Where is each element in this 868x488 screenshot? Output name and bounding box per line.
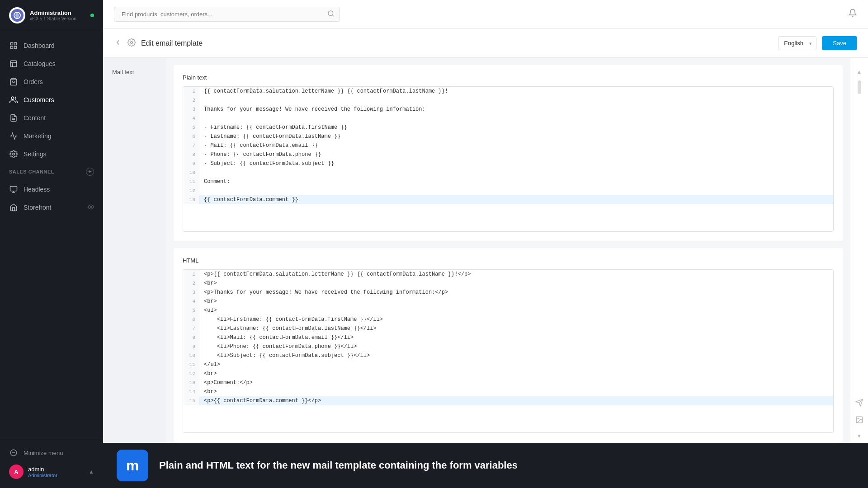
app-name: Administration (30, 9, 76, 16)
svg-point-14 (90, 206, 92, 208)
plain-text-label: Plain text (183, 74, 834, 81)
code-line: 14<br> (183, 387, 833, 396)
user-role: Administrator (28, 473, 57, 478)
save-button[interactable]: Save (822, 36, 857, 50)
minimize-label: Minimize menu (24, 450, 63, 456)
code-line: 13<p>Comment:</p> (183, 378, 833, 387)
code-line: 13{{ contactFormData.comment }} (183, 195, 833, 204)
sidebar-item-headless[interactable]: Headless (0, 180, 103, 198)
sidebar-item-settings[interactable]: Settings (0, 145, 103, 163)
code-line: 10 <li>Subject: {{ contactFormData.subje… (183, 351, 833, 360)
app-version: v6.3.5.1 Stable Version (30, 16, 76, 21)
sales-channel-section: Sales Channel + (0, 163, 103, 180)
svg-line-18 (332, 15, 334, 16)
code-line: 9 <li>Phone: {{ contactFormData.phone }}… (183, 342, 833, 351)
send-icon[interactable] (855, 399, 863, 408)
sidebar-item-label: Catalogues (24, 60, 56, 67)
sidebar-item-dashboard[interactable]: Dashboard (0, 37, 103, 55)
sidebar-item-customers[interactable]: Customers (0, 91, 103, 109)
code-line: 11</ul> (183, 360, 833, 369)
page-title: Edit email template (141, 39, 203, 47)
main-content: Edit email template English Save Mail te… (103, 29, 868, 488)
sidebar-footer: Minimize menu A admin Administrator ▲ (0, 439, 103, 488)
add-sales-channel-button[interactable]: + (86, 168, 94, 176)
customers-icon (9, 95, 18, 104)
code-line: 11Comment: (183, 177, 833, 186)
content-icon (9, 113, 18, 122)
sidebar-item-label: Headless (24, 186, 50, 193)
page-header-right: English Save (778, 36, 857, 50)
back-button[interactable] (114, 38, 122, 48)
plain-text-editor[interactable]: 1{{ contactFormData.salutation.letterNam… (183, 86, 834, 232)
html-card: HTML 1<p>{{ contactFormData.salutation.l… (174, 248, 843, 442)
sidebar-item-label: Content (24, 114, 46, 122)
code-line: 12<br> (183, 369, 833, 378)
code-line: 9- Subject: {{ contactFormData.subject }… (183, 159, 833, 168)
code-line: 15<p>{{ contactFormData.comment }}</p> (183, 396, 833, 405)
code-line: 1<p>{{ contactFormData.salutation.letter… (183, 270, 833, 279)
sidebar-item-label: Storefront (24, 204, 51, 211)
scrollbar-thumb[interactable] (858, 80, 861, 94)
code-line: 6 <li>Firstname: {{ contactFormData.firs… (183, 315, 833, 324)
template-settings-button[interactable] (127, 38, 136, 48)
user-menu[interactable]: A admin Administrator ▲ (9, 461, 94, 483)
dashboard-icon (9, 41, 18, 50)
code-line: 2<br> (183, 279, 833, 288)
sidebar: Administration v6.3.5.1 Stable Version D… (0, 0, 103, 488)
sidebar-item-label: Orders (24, 78, 43, 85)
code-line: 1{{ contactFormData.salutation.letterNam… (183, 87, 833, 96)
sidebar-item-orders[interactable]: Orders (0, 73, 103, 91)
minimize-menu-button[interactable]: Minimize menu (9, 445, 94, 461)
scroll-up-button[interactable]: ▲ (857, 69, 862, 75)
mail-text-section-label: Mail text (103, 58, 166, 443)
code-line: 3<p>Thanks for your message! We have rec… (183, 288, 833, 297)
storefront-icon (9, 203, 18, 212)
svg-point-10 (13, 153, 15, 155)
image-icon[interactable] (855, 416, 863, 426)
topbar (103, 0, 868, 29)
right-panel: ▲ ▼ (850, 58, 868, 443)
svg-rect-5 (10, 61, 17, 67)
editor-container: Mail text Plain text 1{{ contactFormData… (103, 58, 868, 443)
svg-rect-2 (14, 42, 17, 45)
search-input[interactable] (114, 7, 340, 22)
svg-point-19 (131, 41, 133, 43)
sidebar-item-label: Marketing (24, 132, 51, 140)
svg-rect-11 (10, 186, 17, 191)
sidebar-nav: Dashboard Catalogues Orders Customers Co… (0, 31, 103, 439)
code-line: 12 (183, 186, 833, 195)
code-line: 6- Lastname: {{ contactFormData.lastName… (183, 132, 833, 141)
settings-icon (9, 150, 18, 159)
sidebar-item-content[interactable]: Content (0, 109, 103, 127)
notifications-button[interactable] (848, 9, 857, 20)
code-line: 7 <li>Lastname: {{ contactFormData.lastN… (183, 324, 833, 333)
avatar: A (9, 465, 24, 479)
eye-icon (88, 204, 94, 211)
content-area: Mail text Plain text 1{{ contactFormData… (103, 58, 850, 443)
topbar-right (848, 9, 857, 20)
code-line: 4<br> (183, 297, 833, 306)
sidebar-item-label: Dashboard (24, 42, 55, 49)
language-selector[interactable]: English (778, 36, 816, 50)
code-line: 5<ul> (183, 306, 833, 315)
code-line: 7- Mail: {{ contactFormData.email }} (183, 141, 833, 150)
sidebar-item-storefront[interactable]: Storefront (0, 198, 103, 216)
code-line: 5- Firstname: {{ contactFormData.firstNa… (183, 123, 833, 132)
code-line: 10 (183, 168, 833, 177)
code-line: 2 (183, 96, 833, 105)
orders-icon (9, 77, 18, 86)
code-line: 3Thanks for your message! We have receiv… (183, 105, 833, 114)
sidebar-item-catalogues[interactable]: Catalogues (0, 55, 103, 73)
svg-rect-1 (10, 42, 13, 45)
scroll-down-button[interactable]: ▼ (857, 433, 862, 439)
code-line: 8- Phone: {{ contactFormData.phone }} (183, 150, 833, 159)
page-header: Edit email template English Save (103, 29, 868, 58)
sidebar-header: Administration v6.3.5.1 Stable Version (0, 0, 103, 31)
minimize-icon (9, 448, 18, 457)
online-indicator (90, 14, 94, 17)
bottom-text: Plain and HTML text for the new mail tem… (159, 460, 518, 471)
html-editor[interactable]: 1<p>{{ contactFormData.salutation.letter… (183, 269, 834, 433)
sidebar-item-marketing[interactable]: Marketing (0, 127, 103, 145)
sidebar-item-label: Settings (24, 150, 47, 158)
language-select[interactable]: English (778, 36, 816, 50)
